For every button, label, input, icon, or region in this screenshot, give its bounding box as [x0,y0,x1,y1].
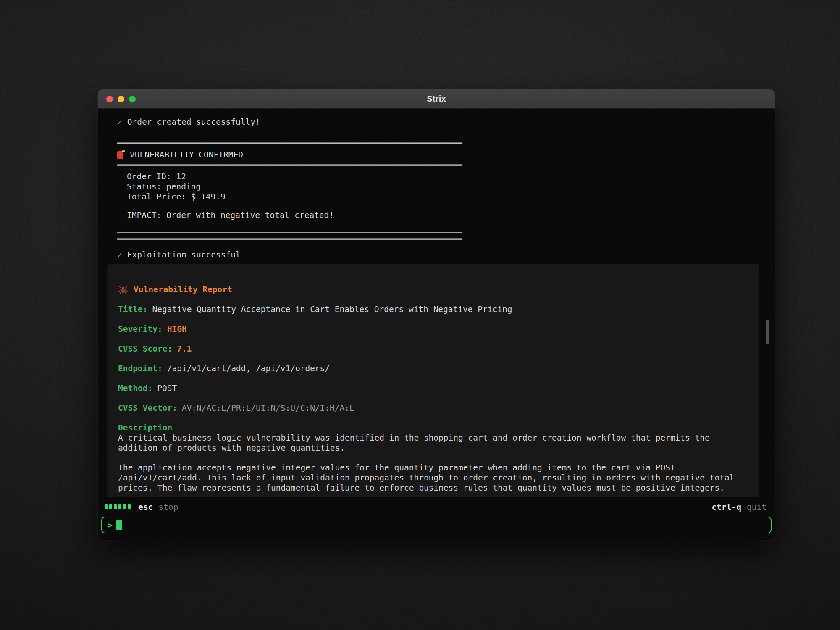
alert-icon [117,151,123,159]
method-value: POST [157,383,177,393]
terminal-output: ✓Order created successfully! ═══════════… [98,109,775,497]
traffic-lights [106,89,136,108]
field-label: Severity: [118,324,163,334]
zoom-window-button[interactable] [129,96,136,102]
minimize-window-button[interactable] [118,96,124,102]
separator: ════════════════════════════════════════… [117,139,766,147]
window-titlebar: Strix [98,89,775,109]
report-field-cvss-score: CVSS Score:7.1 [118,344,748,354]
field-label: CVSS Vector: [118,403,177,413]
prompt-symbol: > [108,520,113,530]
separator: ════════════════════════════════════════… [117,235,766,242]
order-success-line: ✓Order created successfully! [117,117,766,127]
check-icon: ✓ [117,250,122,260]
report-field-endpoint: Endpoint:/api/v1/cart/add, /api/v1/order… [118,364,748,374]
order-id-line: Order ID: 12 [127,172,766,182]
text-cursor [116,520,122,530]
window-title: Strix [98,94,775,104]
description-paragraph: The application accepts negative integer… [118,463,740,493]
endpoint-value: /api/v1/cart/add, /api/v1/orders/ [167,364,330,373]
activity-spinner-dots [105,504,131,509]
cvss-score-value: 7.1 [177,344,192,354]
vulnerability-confirmed-line: VULNERABILITY CONFIRMED [117,150,766,160]
vulnerability-confirmed-text: VULNERABILITY CONFIRMED [130,150,243,160]
order-total-line: Total Price: $-149.9 [127,192,766,202]
order-details: Order ID: 12 Status: pending Total Price… [127,172,766,202]
field-label: Title: [118,304,147,314]
field-value: Negative Quantity Acceptance in Cart Ena… [152,304,512,314]
field-label: CVSS Score: [118,344,172,354]
exploitation-success-text: Exploitation successful [127,250,241,260]
order-success-text: Order created successfully! [127,117,260,127]
order-status-line: Status: pending [127,182,766,192]
close-window-button[interactable] [106,96,113,102]
separator: ════════════════════════════════════════… [117,161,766,169]
exploitation-success-line: ✓Exploitation successful [117,250,766,260]
report-header: Vulnerability Report [118,284,748,295]
report-field-cvss-vector: CVSS Vector:AV:N/AC:L/PR:L/UI:N/S:U/C:N/… [118,403,748,413]
desktop-background: Strix ✓Order created successfully! ═════… [0,0,840,630]
quit-action-label: quit [747,502,766,512]
field-label: Method: [118,383,152,393]
check-icon: ✓ [117,117,122,127]
description-paragraph: A critical business logic vulnerability … [118,433,740,453]
cvss-vector-value: AV:N/AC:L/PR:L/UI:N/S:U/C:N/I:H/A:L [182,403,354,413]
status-bar: esc stop ctrl-q quit [98,497,775,517]
report-field-method: Method:POST [118,383,748,394]
command-input[interactable]: > [101,517,772,533]
report-field-title: Title:Negative Quantity Acceptance in Ca… [118,304,748,315]
separator: ════════════════════════════════════════… [117,228,766,235]
esc-action-label: stop [158,502,178,512]
scrollbar-thumb[interactable] [766,320,769,344]
severity-badge: HIGH [167,324,187,334]
impact-line: IMPACT: Order with negative total create… [127,210,766,220]
description-heading: Description [118,423,748,433]
field-label: Endpoint: [118,364,163,373]
esc-key-hint[interactable]: esc [138,502,153,512]
spider-icon [118,285,128,295]
ctrl-q-key-hint[interactable]: ctrl-q [712,502,741,512]
vulnerability-report-panel: Vulnerability Report Title:Negative Quan… [107,264,759,497]
report-field-severity: Severity:HIGH [118,324,748,334]
report-header-text: Vulnerability Report [134,284,232,295]
strix-window: Strix ✓Order created successfully! ═════… [98,89,775,540]
